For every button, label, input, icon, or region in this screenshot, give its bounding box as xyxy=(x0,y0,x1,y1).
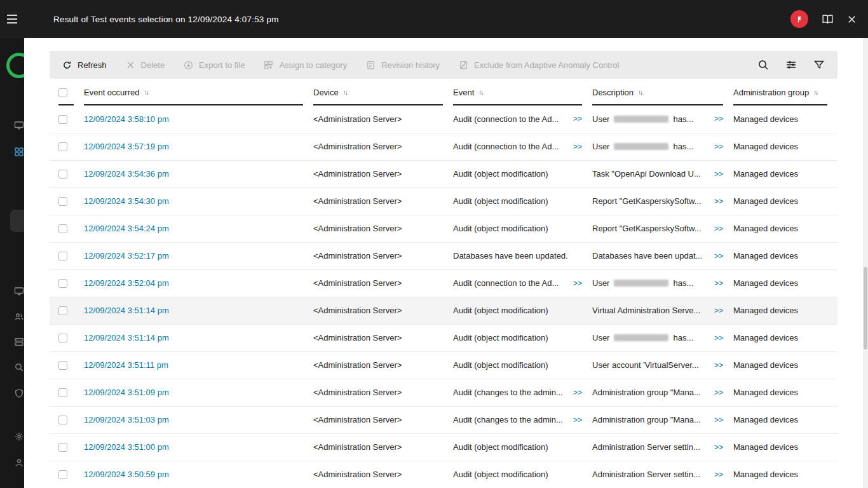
event-time-link[interactable]: 12/09/2024 3:51:00 pm xyxy=(84,442,169,452)
table-row[interactable]: 12/09/2024 3:51:00 pm<Administration Ser… xyxy=(50,433,837,461)
expand-description-link[interactable]: >> xyxy=(708,334,723,342)
documentation-book-icon[interactable] xyxy=(821,14,834,25)
sort-icon[interactable]: ↑↓ xyxy=(343,89,348,96)
row-checkbox[interactable] xyxy=(58,115,67,124)
table-row[interactable]: 12/09/2024 3:50:59 pm<Administration Ser… xyxy=(50,461,837,488)
description-cell: Virtual Administration Serve... xyxy=(592,306,700,315)
table-row[interactable]: 12/09/2024 3:52:17 pm<Administration Ser… xyxy=(50,242,837,269)
row-checkbox[interactable] xyxy=(58,470,67,479)
event-time-link[interactable]: 12/09/2024 3:50:59 pm xyxy=(84,470,169,479)
expand-description-link[interactable]: >> xyxy=(708,416,723,424)
redacted-username xyxy=(614,280,668,287)
security-shield-icon[interactable] xyxy=(14,388,24,398)
expand-description-link[interactable]: >> xyxy=(708,470,723,479)
table-row[interactable]: 12/09/2024 3:51:11 pm<Administration Ser… xyxy=(50,351,837,379)
expand-event-link[interactable]: >> xyxy=(567,388,582,397)
event-time-link[interactable]: 12/09/2024 3:54:36 pm xyxy=(84,169,169,179)
scrollbar[interactable] xyxy=(863,38,868,488)
event-time-link[interactable]: 12/09/2024 3:51:14 pm xyxy=(84,333,169,342)
filter-icon[interactable] xyxy=(813,59,825,71)
row-checkbox[interactable] xyxy=(58,361,67,370)
row-checkbox[interactable] xyxy=(58,443,67,452)
row-checkbox[interactable] xyxy=(58,279,67,288)
event-cell: Audit (object modification) xyxy=(453,306,548,315)
expand-description-link[interactable]: >> xyxy=(708,224,723,233)
event-time-link[interactable]: 12/09/2024 3:51:14 pm xyxy=(84,306,169,315)
expand-description-link[interactable]: >> xyxy=(708,114,723,123)
table-row[interactable]: 12/09/2024 3:54:36 pm<Administration Ser… xyxy=(50,160,837,187)
kaspersky-logo-partial xyxy=(6,53,24,78)
row-checkbox[interactable] xyxy=(58,224,67,233)
account-icon[interactable] xyxy=(14,458,24,468)
event-time-link[interactable]: 12/09/2024 3:52:04 pm xyxy=(84,278,169,288)
row-checkbox[interactable] xyxy=(58,306,67,315)
expand-description-link[interactable]: >> xyxy=(708,197,723,206)
expand-event-link[interactable]: >> xyxy=(567,416,582,424)
expand-description-link[interactable]: >> xyxy=(708,279,723,288)
expand-event-link[interactable]: >> xyxy=(567,114,582,123)
column-header-description[interactable]: Description↑↓ xyxy=(592,79,733,105)
event-time-link[interactable]: 12/09/2024 3:51:03 pm xyxy=(84,415,169,424)
monitoring-icon[interactable] xyxy=(14,120,24,130)
export-icon xyxy=(184,60,193,70)
event-time-link[interactable]: 12/09/2024 3:58:10 pm xyxy=(84,114,169,124)
sort-icon[interactable]: ↑↓ xyxy=(144,89,149,96)
row-checkbox[interactable] xyxy=(58,252,67,261)
settings-icon[interactable] xyxy=(785,59,797,71)
column-header-administration-group[interactable]: Administration group↑↓ xyxy=(733,79,837,105)
table-row[interactable]: 12/09/2024 3:51:03 pm<Administration Ser… xyxy=(50,406,837,433)
event-time-link[interactable]: 12/09/2024 3:51:11 pm xyxy=(84,360,168,370)
event-time-link[interactable]: 12/09/2024 3:54:24 pm xyxy=(84,224,169,233)
table-row[interactable]: 12/09/2024 3:51:14 pm<Administration Ser… xyxy=(50,297,837,324)
expand-description-link[interactable]: >> xyxy=(708,252,723,261)
row-checkbox[interactable] xyxy=(58,334,67,342)
row-checkbox[interactable] xyxy=(58,388,67,397)
administration-group-cell: Managed devices xyxy=(733,224,798,233)
table-row[interactable]: 12/09/2024 3:51:09 pm<Administration Ser… xyxy=(50,379,837,406)
table-row[interactable]: 12/09/2024 3:52:04 pm<Administration Ser… xyxy=(50,269,837,297)
scrollbar-thumb[interactable] xyxy=(864,267,867,349)
column-header-event[interactable]: Event↑↓ xyxy=(453,79,592,105)
servers-icon[interactable] xyxy=(14,337,24,347)
expand-description-link[interactable]: >> xyxy=(708,306,723,315)
row-checkbox[interactable] xyxy=(58,142,67,151)
users-icon[interactable] xyxy=(14,311,24,322)
apps-grid-icon[interactable] xyxy=(14,147,24,157)
table-row[interactable]: 12/09/2024 3:58:10 pm<Administration Ser… xyxy=(50,105,837,133)
expand-description-link[interactable]: >> xyxy=(708,142,723,151)
search-icon[interactable] xyxy=(757,59,769,71)
column-header-event-occurred[interactable]: Event occurred↑↓ xyxy=(84,79,313,105)
description-cell: User account 'VirtualServer... xyxy=(592,360,699,370)
expand-description-link[interactable]: >> xyxy=(708,443,723,452)
refresh-button[interactable]: Refresh xyxy=(62,60,107,70)
column-header-device[interactable]: Device↑↓ xyxy=(313,79,453,105)
settings-gear-icon[interactable] xyxy=(14,431,24,442)
event-time-link[interactable]: 12/09/2024 3:51:09 pm xyxy=(84,388,169,397)
expand-event-link[interactable]: >> xyxy=(567,279,582,288)
devices-icon[interactable] xyxy=(14,286,24,296)
close-icon[interactable] xyxy=(847,15,857,24)
table-row[interactable]: 12/09/2024 3:54:30 pm<Administration Ser… xyxy=(50,187,837,215)
event-time-link[interactable]: 12/09/2024 3:57:19 pm xyxy=(84,142,169,151)
sort-icon[interactable]: ↑↓ xyxy=(478,89,484,96)
expand-description-link[interactable]: >> xyxy=(708,361,723,370)
administration-group-cell: Managed devices xyxy=(733,142,798,151)
table-row[interactable]: 12/09/2024 3:54:24 pm<Administration Ser… xyxy=(50,215,837,242)
expand-description-link[interactable]: >> xyxy=(708,388,723,397)
select-all-checkbox[interactable] xyxy=(58,88,67,97)
table-row[interactable]: 12/09/2024 3:51:14 pm<Administration Ser… xyxy=(50,324,837,351)
menu-icon[interactable] xyxy=(0,15,24,24)
search-sidebar-icon[interactable] xyxy=(14,362,24,372)
event-time-link[interactable]: 12/09/2024 3:54:30 pm xyxy=(84,196,169,206)
event-time-link[interactable]: 12/09/2024 3:52:17 pm xyxy=(84,251,169,261)
sort-icon[interactable]: ↑↓ xyxy=(813,89,818,96)
expand-event-link[interactable]: >> xyxy=(567,142,582,151)
row-checkbox[interactable] xyxy=(58,197,67,206)
expand-description-link[interactable]: >> xyxy=(708,170,723,179)
table-row[interactable]: 12/09/2024 3:57:19 pm<Administration Ser… xyxy=(50,133,837,160)
row-checkbox[interactable] xyxy=(58,170,67,179)
sort-icon[interactable]: ↑↓ xyxy=(638,89,643,96)
kaspersky-logo-badge[interactable] xyxy=(790,10,808,28)
column-label: Description xyxy=(592,88,634,97)
row-checkbox[interactable] xyxy=(58,416,67,424)
